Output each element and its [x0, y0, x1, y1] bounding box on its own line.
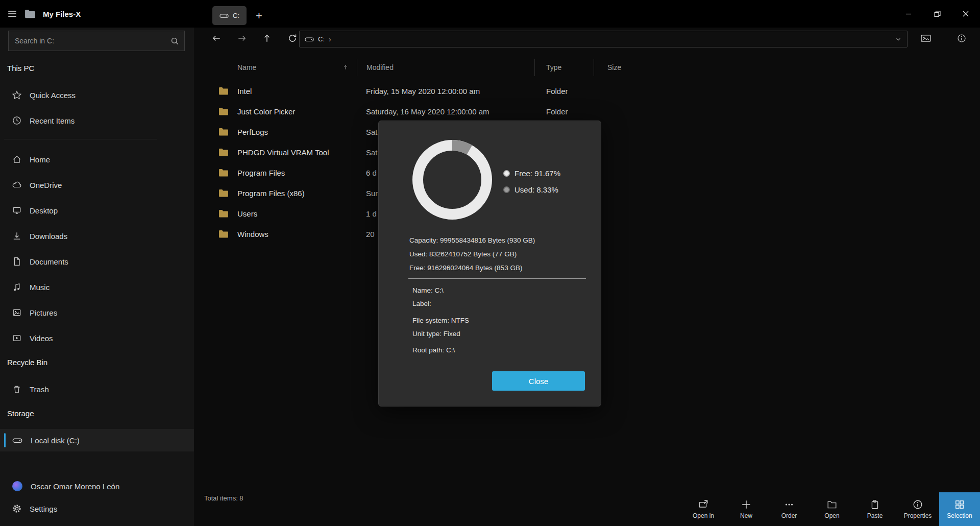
breadcrumb-separator: › — [329, 35, 331, 43]
home-icon — [12, 155, 21, 164]
clipboard-icon — [870, 499, 880, 510]
order-button[interactable]: Order — [768, 492, 811, 526]
search-box[interactable] — [8, 31, 185, 51]
command-bar: Open in New Order Open Paste Properties — [682, 492, 980, 526]
selection-button[interactable]: Selection — [939, 492, 980, 526]
sidebar-item-settings[interactable]: Settings — [0, 497, 194, 520]
list-header: Name Modified Type Size — [214, 59, 664, 76]
user-avatar — [12, 481, 22, 491]
table-row[interactable]: Just Color Picker Saturday, 16 May 2020 … — [194, 102, 857, 123]
sidebar-item-label: Settings — [30, 505, 57, 513]
tab-c-drive[interactable]: C: — [212, 6, 247, 25]
info-icon[interactable] — [953, 30, 970, 46]
info-icon — [913, 499, 923, 510]
sidebar-item-pictures[interactable]: Pictures — [0, 301, 194, 324]
root-path-line: Root path: C:\ — [412, 346, 455, 354]
app-folder-icon — [24, 9, 36, 18]
minimize-button[interactable] — [894, 0, 923, 28]
column-header-modified[interactable]: Modified — [357, 59, 535, 76]
up-button[interactable] — [259, 30, 275, 46]
chart-legend: Free: 91.67% Used: 8.33% — [503, 167, 560, 196]
preview-pane-icon[interactable] — [918, 30, 934, 46]
open-in-icon — [698, 499, 708, 510]
section-recycle-bin: Recycle Bin — [7, 358, 47, 367]
donut-free-ring — [418, 146, 487, 214]
videos-icon — [12, 333, 21, 343]
refresh-button[interactable] — [284, 30, 301, 46]
cloud-icon — [12, 180, 21, 189]
folder-icon — [218, 230, 229, 238]
pictures-icon — [12, 308, 21, 317]
folder-open-icon — [827, 499, 837, 510]
legend-free-dot — [503, 170, 510, 177]
app-title: My Files-X — [43, 10, 81, 18]
sidebar-item-videos[interactable]: Videos — [0, 327, 194, 349]
sidebar: This PC Quick Access Recent Items Home O… — [0, 28, 194, 526]
open-button[interactable]: Open — [811, 492, 853, 526]
sidebar-item-label: Videos — [30, 334, 53, 343]
sidebar-item-documents[interactable]: Documents — [0, 250, 194, 273]
sidebar-item-user[interactable]: Oscar Omar Moreno León — [0, 475, 194, 497]
sidebar-item-label: Quick Access — [30, 91, 76, 100]
drive-icon — [305, 36, 314, 42]
app-window: My Files-X C: + — [0, 0, 980, 526]
sidebar-item-downloads[interactable]: Downloads — [0, 225, 194, 247]
sidebar-item-label: Recent Items — [30, 116, 75, 125]
sidebar-item-recent-items[interactable]: Recent Items — [0, 109, 194, 132]
drive-icon — [219, 13, 229, 19]
column-header-size[interactable]: Size — [594, 59, 664, 76]
trash-icon — [12, 385, 21, 394]
sidebar-item-label: Desktop — [30, 206, 58, 215]
folder-icon — [218, 148, 229, 156]
properties-button[interactable]: Properties — [896, 492, 939, 526]
sidebar-item-label: Documents — [30, 257, 68, 266]
sidebar-item-local-disk-c[interactable]: Local disk (C:) — [0, 429, 194, 451]
section-storage: Storage — [7, 409, 34, 418]
maximize-button[interactable] — [923, 0, 951, 28]
music-icon — [12, 282, 21, 292]
search-input[interactable] — [9, 37, 170, 45]
dialog-divider — [408, 278, 586, 279]
sidebar-item-desktop[interactable]: Desktop — [0, 199, 194, 222]
sidebar-item-onedrive[interactable]: OneDrive — [0, 174, 194, 196]
free-line: Free: 916296024064 Bytes (853 GB) — [409, 261, 535, 275]
table-row[interactable]: Intel Friday, 15 May 2020 12:00:00 am Fo… — [194, 82, 857, 102]
new-button[interactable]: New — [725, 492, 768, 526]
sidebar-item-label: Home — [30, 155, 50, 164]
folder-icon — [218, 107, 229, 115]
close-button[interactable]: Close — [492, 371, 585, 391]
sidebar-item-label: Downloads — [30, 232, 67, 241]
window-controls — [894, 0, 980, 28]
sidebar-item-trash[interactable]: Trash — [0, 378, 194, 400]
drive-label-line: Label: — [412, 300, 431, 307]
column-header-name[interactable]: Name — [214, 59, 357, 76]
chevron-down-icon[interactable] — [895, 36, 902, 43]
status-bar: Total items: 8 — [204, 494, 243, 502]
filesystem-line: File system: NTFS — [412, 317, 469, 324]
new-tab-button[interactable]: + — [254, 11, 264, 21]
column-header-type[interactable]: Type — [535, 59, 594, 76]
sidebar-item-home[interactable]: Home — [0, 148, 194, 171]
sidebar-item-label: Local disk (C:) — [31, 436, 80, 445]
sidebar-divider — [4, 139, 157, 139]
menu-button[interactable] — [7, 9, 17, 19]
plus-icon — [741, 499, 751, 510]
sidebar-item-music[interactable]: Music — [0, 276, 194, 298]
back-button[interactable] — [208, 30, 225, 46]
sidebar-item-label: Pictures — [30, 308, 57, 317]
tab-bar: C: + — [212, 6, 264, 25]
drive-name-line: Name: C:\ — [412, 286, 444, 294]
folder-icon — [218, 169, 229, 177]
close-window-button[interactable] — [951, 0, 980, 28]
download-icon — [12, 231, 21, 241]
address-bar[interactable]: C: › — [299, 31, 908, 47]
folder-icon — [218, 189, 229, 197]
forward-button[interactable] — [234, 30, 250, 46]
breadcrumb-drive[interactable]: C: — [318, 35, 325, 43]
sidebar-item-quick-access[interactable]: Quick Access — [0, 84, 194, 106]
legend-used: Used: 8.33% — [503, 183, 560, 196]
paste-button[interactable]: Paste — [853, 492, 896, 526]
selection-grid-icon — [954, 499, 965, 510]
open-in-button[interactable]: Open in — [682, 492, 725, 526]
legend-free: Free: 91.67% — [503, 167, 560, 179]
